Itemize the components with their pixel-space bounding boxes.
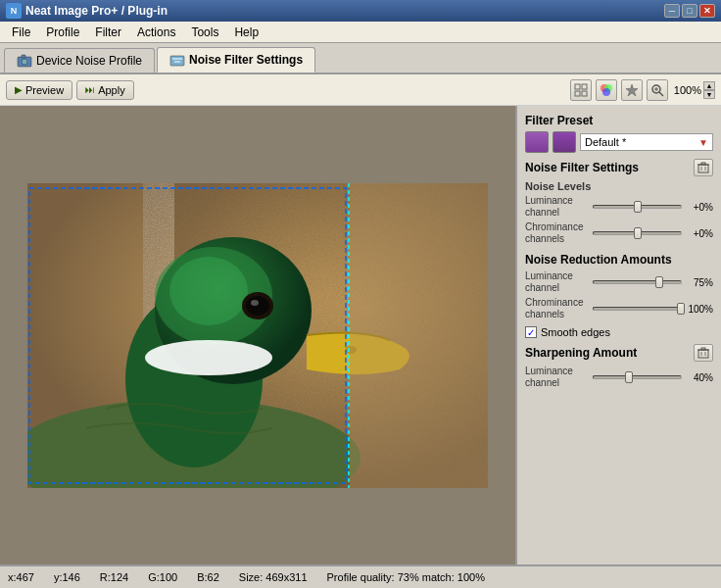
- minimize-button[interactable]: ─: [664, 4, 680, 18]
- svg-rect-40: [701, 348, 705, 350]
- sharpening-luminance-label: Luminance channel: [525, 366, 589, 389]
- svg-rect-33: [698, 165, 708, 172]
- svg-rect-6: [575, 84, 580, 89]
- status-x: x:467: [8, 571, 34, 583]
- menu-help[interactable]: Help: [226, 24, 266, 41]
- status-y: y:146: [54, 571, 80, 583]
- status-b: B:62: [197, 571, 219, 583]
- window-controls[interactable]: ─ □ ✕: [664, 4, 715, 18]
- luminance-reduction-row: Luminance channel 75%: [525, 270, 713, 294]
- svg-point-27: [251, 300, 259, 306]
- luminance-reduction-label: Luminance channel: [525, 270, 589, 294]
- preset-value: Default *: [585, 136, 626, 148]
- preset-row: Default * ▼: [525, 131, 713, 153]
- zoom-value: 100%: [672, 84, 701, 96]
- preset-icon-btn-2[interactable]: [553, 131, 576, 153]
- chevron-down-icon: ▼: [698, 137, 708, 148]
- tab-device-noise[interactable]: Device Noise Profile: [4, 48, 155, 73]
- skip-icon: ⏭: [85, 84, 95, 95]
- chrominance-noise-value: +0%: [686, 228, 713, 239]
- app-icon: N: [6, 3, 22, 19]
- chrominance-noise-slider[interactable]: [593, 231, 682, 235]
- svg-point-1: [22, 59, 27, 65]
- status-bar: x:467 y:146 R:124 G:100 B:62 Size: 469x3…: [0, 564, 721, 588]
- title-bar: N Neat Image Pro+ / Plug-in ─ □ ✕: [0, 0, 721, 22]
- main-content: Filter Preset Default * ▼ Noise Filter S…: [0, 106, 721, 564]
- noise-reduction-title: Noise Reduction Amounts: [525, 253, 672, 267]
- svg-rect-8: [575, 91, 580, 96]
- chrominance-noise-row: Chrominance channels +0%: [525, 221, 713, 245]
- menu-actions[interactable]: Actions: [129, 24, 183, 41]
- smooth-edges-row: ✓ Smooth edges: [525, 326, 713, 338]
- image-area[interactable]: [0, 106, 515, 564]
- sharpening-luminance-row: Luminance channel 40%: [525, 366, 713, 389]
- filter-icon: [169, 52, 185, 68]
- menu-tools[interactable]: Tools: [183, 24, 226, 41]
- zoom-up[interactable]: ▲: [703, 81, 715, 90]
- close-button[interactable]: ✕: [699, 4, 715, 18]
- luminance-noise-slider[interactable]: [593, 205, 682, 209]
- sharpening-header: Sharpening Amount: [525, 344, 713, 362]
- zoom-spinner[interactable]: ▲ ▼: [703, 81, 715, 99]
- zoom-down[interactable]: ▼: [703, 90, 715, 99]
- luminance-noise-row: Luminance channel +0%: [525, 195, 713, 219]
- tab-device-noise-label: Device Noise Profile: [36, 54, 142, 68]
- color-icon-button[interactable]: [596, 79, 617, 101]
- menu-bar: File Profile Filter Actions Tools Help: [0, 22, 721, 43]
- preview-label: Preview: [25, 84, 64, 96]
- luminance-noise-value: +0%: [686, 202, 713, 213]
- luminance-reduction-value: 75%: [686, 277, 713, 288]
- maximize-button[interactable]: □: [682, 4, 697, 18]
- svg-rect-32: [350, 183, 488, 488]
- svg-point-24: [169, 257, 248, 325]
- svg-point-12: [602, 88, 610, 96]
- chrominance-noise-label: Chrominance channels: [525, 221, 589, 245]
- svg-rect-35: [701, 163, 705, 165]
- tab-noise-filter-label: Noise Filter Settings: [189, 53, 303, 67]
- svg-marker-13: [626, 84, 638, 96]
- zoom-control: 100% ▲ ▼: [672, 81, 715, 99]
- sharpening-slider[interactable]: [593, 375, 682, 379]
- play-icon: ▶: [15, 84, 23, 95]
- menu-file[interactable]: File: [4, 24, 38, 41]
- smooth-edges-label: Smooth edges: [541, 326, 610, 338]
- luminance-noise-label: Luminance channel: [525, 195, 589, 219]
- preset-dropdown[interactable]: Default * ▼: [580, 133, 713, 151]
- menu-filter[interactable]: Filter: [87, 24, 129, 41]
- status-g: G:100: [148, 571, 177, 583]
- preset-icon-btn-1[interactable]: [525, 131, 549, 153]
- preview-button[interactable]: ▶ Preview: [6, 80, 72, 100]
- svg-rect-3: [170, 56, 184, 66]
- svg-rect-9: [582, 91, 587, 96]
- grid-icon-button[interactable]: [570, 79, 592, 101]
- menu-profile[interactable]: Profile: [38, 24, 87, 41]
- star-icon-button[interactable]: [621, 79, 643, 101]
- tab-noise-filter[interactable]: Noise Filter Settings: [157, 47, 315, 73]
- filter-preset-title: Filter Preset: [525, 114, 713, 127]
- noise-filter-settings-header: Noise Filter Settings: [525, 159, 713, 176]
- noise-filter-settings-title: Noise Filter Settings: [525, 161, 639, 174]
- noise-reduction-header: Noise Reduction Amounts: [525, 253, 713, 267]
- app-title: Neat Image Pro+ / Plug-in: [25, 4, 168, 18]
- delete-sharpening-button[interactable]: [694, 344, 713, 362]
- delete-noise-filter-button[interactable]: [694, 159, 713, 176]
- status-quality: Profile quality: 73% match: 100%: [327, 571, 485, 583]
- filter-preset-area: Filter Preset Default * ▼: [525, 114, 713, 153]
- apply-button[interactable]: ⏭ Apply: [76, 80, 134, 100]
- tab-bar: Device Noise Profile Noise Filter Settin…: [0, 43, 721, 74]
- svg-rect-2: [22, 55, 25, 58]
- camera-icon: [17, 53, 32, 69]
- sharpening-value: 40%: [686, 372, 713, 383]
- duck-image: [27, 183, 488, 488]
- smooth-edges-checkbox[interactable]: ✓: [525, 326, 537, 338]
- svg-line-15: [659, 92, 663, 96]
- svg-rect-7: [582, 84, 587, 89]
- image-container: [27, 183, 488, 488]
- chrominance-reduction-slider[interactable]: [593, 307, 682, 311]
- svg-point-26: [246, 296, 269, 316]
- apply-label: Apply: [98, 84, 125, 96]
- sharpening-title: Sharpening Amount: [525, 346, 637, 360]
- chrominance-reduction-label: Chrominance channels: [525, 297, 589, 320]
- luminance-reduction-slider[interactable]: [593, 280, 682, 284]
- zoom-icon[interactable]: [647, 79, 668, 101]
